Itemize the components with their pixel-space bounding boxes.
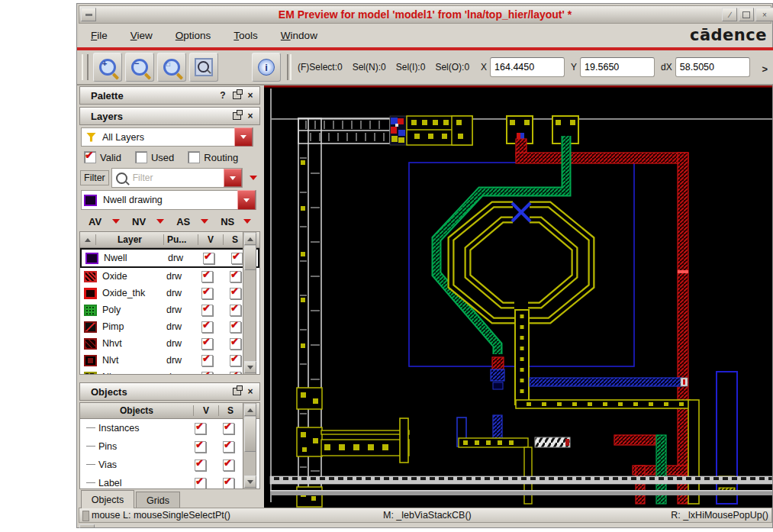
menu-options[interactable]: Options: [174, 28, 213, 43]
table-row[interactable]: Oxide_thk drw: [80, 285, 259, 301]
visible-checkbox[interactable]: [201, 305, 213, 316]
visible-checkbox[interactable]: [203, 253, 214, 264]
nv-dropdown[interactable]: [156, 219, 164, 224]
palette-close-button[interactable]: ×: [244, 89, 256, 102]
selectable-checkbox[interactable]: [230, 355, 241, 366]
v-col-header[interactable]: V: [198, 234, 223, 245]
toolbar-overflow-chevron[interactable]: >: [762, 63, 768, 75]
visible-checkbox[interactable]: [195, 423, 206, 434]
statusbar-grip[interactable]: [82, 511, 89, 521]
scrollbar-thumb[interactable]: [244, 246, 256, 270]
table-row[interactable]: Oxide drw: [80, 268, 259, 285]
visible-checkbox[interactable]: [195, 441, 206, 453]
palette-help-button[interactable]: ?: [217, 89, 229, 102]
visible-checkbox[interactable]: [201, 372, 213, 376]
selectable-checkbox[interactable]: [223, 459, 234, 471]
close-button[interactable]: ×: [755, 8, 773, 21]
layer-table-scrollbar[interactable]: [243, 231, 256, 375]
selectable-checkbox[interactable]: [230, 338, 241, 350]
valid-checkbox[interactable]: [84, 151, 96, 163]
av-button[interactable]: AV: [89, 216, 101, 227]
pad-block[interactable]: [407, 116, 472, 145]
titlebar[interactable]: EM Preview for model 'model1' from 'lna/…: [79, 5, 771, 24]
active-layer-combo[interactable]: Nwell drawing: [81, 190, 256, 210]
layers-close-button[interactable]: ×: [244, 110, 256, 122]
layers-header[interactable]: Layers ×: [79, 107, 260, 125]
layers-float-button[interactable]: [230, 110, 243, 122]
filter-extra-dropdown[interactable]: [250, 176, 257, 180]
object-row[interactable]: Vias: [80, 456, 259, 474]
visible-checkbox[interactable]: [195, 478, 206, 489]
nv-button[interactable]: NV: [132, 216, 146, 227]
objects-col-header[interactable]: Objects: [80, 405, 193, 416]
visible-checkbox[interactable]: [201, 271, 213, 282]
selectable-checkbox[interactable]: [230, 372, 241, 376]
selectable-checkbox[interactable]: [230, 321, 241, 333]
selectable-checkbox[interactable]: [223, 441, 234, 453]
v-col-header[interactable]: V: [193, 405, 218, 416]
ns-dropdown[interactable]: [243, 219, 251, 224]
scroll-up-button[interactable]: [244, 404, 256, 416]
zoom-box-button[interactable]: □: [157, 53, 186, 82]
palette-float-button[interactable]: [230, 89, 243, 102]
objects-float-button[interactable]: [230, 385, 243, 398]
yellow-route[interactable]: [516, 400, 699, 504]
objects-table-scrollbar[interactable]: [243, 402, 256, 489]
purpose-col-header[interactable]: Pu...: [163, 234, 198, 245]
object-row[interactable]: Instances: [80, 419, 259, 437]
palette-header[interactable]: Palette ? ×: [79, 86, 260, 105]
dx-coord-input[interactable]: [675, 57, 750, 77]
table-row[interactable]: Nwell drw: [80, 248, 259, 268]
visible-checkbox[interactable]: [201, 288, 213, 299]
objects-table-header[interactable]: Objects V S: [80, 403, 259, 419]
s-col-header[interactable]: S: [218, 405, 242, 416]
routing-checkbox[interactable]: [188, 151, 200, 163]
table-row[interactable]: Nimp drw: [80, 369, 259, 375]
scrollbar-thumb[interactable]: [244, 417, 256, 452]
minimize-button[interactable]: /: [722, 8, 737, 21]
blue-strap[interactable]: [530, 378, 688, 386]
toolbar-grip[interactable]: [82, 54, 89, 80]
visible-checkbox[interactable]: [195, 459, 206, 471]
used-checkbox[interactable]: [135, 151, 147, 163]
objects-close-button[interactable]: ×: [244, 385, 256, 398]
filter-button[interactable]: Filter: [80, 170, 109, 185]
objects-header[interactable]: Objects ×: [79, 382, 260, 401]
table-row[interactable]: Pimp drw: [80, 318, 259, 335]
av-dropdown[interactable]: [112, 219, 120, 224]
table-row[interactable]: Nlvt drw: [80, 352, 259, 369]
menu-file[interactable]: File: [89, 28, 109, 43]
active-layer-dropdown-button[interactable]: [237, 190, 256, 210]
tab-objects[interactable]: Objects: [81, 490, 134, 508]
via-array-block[interactable]: [390, 116, 407, 145]
filter-dropdown-button[interactable]: [224, 169, 242, 187]
visible-checkbox[interactable]: [201, 321, 213, 333]
maximize-button[interactable]: [739, 8, 754, 21]
selectable-checkbox[interactable]: [230, 288, 241, 299]
selectable-checkbox[interactable]: [230, 271, 241, 282]
seal-ring-cells[interactable]: [297, 388, 322, 507]
menu-tools[interactable]: Tools: [232, 28, 259, 43]
object-row[interactable]: Pins: [80, 437, 259, 456]
selectable-checkbox[interactable]: [223, 423, 234, 434]
layer-filter-combo[interactable]: All Layers: [81, 127, 253, 147]
object-row[interactable]: Label: [80, 474, 259, 489]
x-coord-input[interactable]: [490, 57, 565, 77]
tab-grids[interactable]: Grids: [136, 492, 180, 508]
scroll-down-button[interactable]: [244, 476, 256, 488]
info-button[interactable]: i: [252, 53, 281, 82]
selectable-checkbox[interactable]: [223, 478, 234, 489]
zoom-in-button[interactable]: +: [93, 53, 122, 82]
as-dropdown[interactable]: [201, 219, 208, 224]
visible-checkbox[interactable]: [201, 338, 213, 350]
filter-searchbox[interactable]: Filter: [111, 168, 243, 188]
inductor-octagon[interactable]: [451, 199, 591, 325]
selectable-checkbox[interactable]: [230, 305, 241, 316]
table-row[interactable]: Nhvt drw: [80, 335, 259, 352]
visible-checkbox[interactable]: [201, 355, 213, 366]
layer-table-header[interactable]: Layer Pu... V S: [80, 232, 259, 248]
scroll-down-button[interactable]: [244, 361, 256, 373]
zoom-out-button[interactable]: −: [125, 53, 154, 82]
sort-icon[interactable]: [85, 238, 91, 242]
menu-view[interactable]: View: [129, 28, 154, 43]
